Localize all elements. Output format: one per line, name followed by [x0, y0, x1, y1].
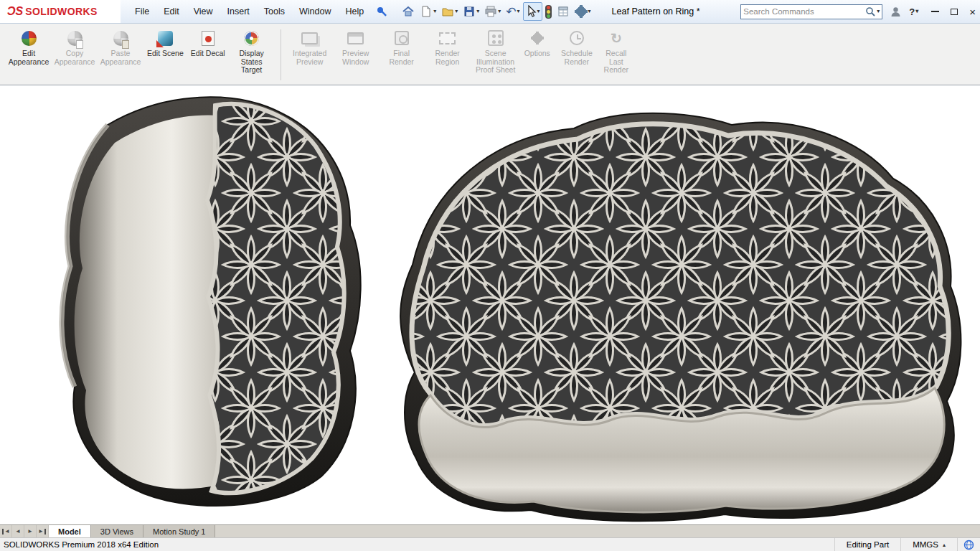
- spreadsheet-icon: [557, 5, 570, 18]
- paste-appearance-icon: [113, 31, 128, 46]
- ribbon-button-label: Edit Scene: [147, 50, 184, 58]
- home-button[interactable]: [400, 2, 417, 21]
- solidworks-logo-text: SOLIDWORKS: [25, 6, 97, 17]
- display-states-target-button[interactable]: Display States Target: [229, 28, 275, 75]
- render-region-button: Render Region: [425, 28, 471, 66]
- render-tools-ribbon: Edit Appearance Copy Appearance Paste Ap…: [0, 24, 980, 85]
- display-states-target-icon: [244, 31, 259, 46]
- tab-nav-last-icon: ►: [38, 528, 44, 534]
- open-icon: [441, 5, 454, 18]
- search-icon[interactable]: [865, 6, 876, 17]
- quick-access-toolbar: ▾ ▾ ▾ ▾ ↶ ▾ ▾ ▾: [400, 2, 593, 21]
- render-options-gear-icon: [531, 32, 544, 44]
- search-area: ▾: [740, 4, 882, 19]
- print-button[interactable]: ▾: [482, 2, 503, 21]
- ribbon-button-label: Edit Decal: [191, 50, 225, 58]
- minimize-icon[interactable]: [931, 11, 939, 12]
- edit-scene-button[interactable]: Edit Scene: [143, 28, 187, 58]
- undo-button[interactable]: ↶ ▾: [504, 2, 522, 21]
- render-region-icon: [439, 32, 456, 44]
- tab-nav-prev-icon: ◄: [15, 528, 21, 534]
- document-title: Leaf Pattern on Ring *: [612, 6, 700, 17]
- preview-window-icon: [347, 32, 364, 44]
- search-chevron-down-icon[interactable]: ▾: [877, 9, 880, 14]
- gear-icon: [575, 5, 588, 18]
- unit-system-selector[interactable]: MMGS ▴: [901, 540, 957, 549]
- ring-side-view[interactable]: [62, 97, 361, 506]
- appearance-filter-button[interactable]: [543, 2, 554, 21]
- restore-icon[interactable]: [951, 9, 958, 15]
- integrated-preview-button: Integrated Preview: [287, 28, 333, 66]
- menu-view[interactable]: View: [187, 0, 220, 23]
- chevron-down-icon[interactable]: ▾: [498, 9, 501, 14]
- chevron-down-icon[interactable]: ▾: [915, 9, 918, 14]
- chevron-down-icon[interactable]: ▾: [588, 9, 591, 14]
- chevron-down-icon[interactable]: ▾: [537, 9, 540, 14]
- properties-sheet-button[interactable]: [555, 2, 572, 21]
- tab-3d-views[interactable]: 3D Views: [91, 525, 143, 537]
- open-button[interactable]: ▾: [439, 2, 460, 21]
- select-tool-button[interactable]: ▾: [523, 2, 542, 21]
- menu-file[interactable]: File: [128, 0, 156, 23]
- edit-decal-button[interactable]: Edit Decal: [187, 28, 229, 58]
- menu-edit[interactable]: Edit: [156, 0, 187, 23]
- solidworks-logo: ƆS SOLIDWORKS: [0, 0, 121, 23]
- render-options-button: Options: [521, 28, 554, 58]
- edit-scene-icon: [158, 31, 173, 46]
- menu-tools[interactable]: Tools: [257, 0, 292, 23]
- tab-nav-prev-button[interactable]: ◄: [12, 525, 24, 537]
- graphics-viewport[interactable]: [0, 85, 980, 524]
- ribbon-button-label: Final Render: [382, 50, 421, 66]
- chevron-down-icon[interactable]: ▾: [455, 9, 458, 14]
- schedule-render-button: Schedule Render: [554, 28, 600, 66]
- new-document-button[interactable]: ▾: [418, 2, 438, 21]
- menu-window[interactable]: Window: [292, 0, 338, 23]
- unit-system-label: MMGS: [913, 540, 938, 549]
- tab-nav-first-icon: ◄: [4, 528, 10, 534]
- document-tab-bar: ◄ ◄ ► ► Model 3D Views Motion Study 1: [0, 524, 980, 537]
- ribbon-button-label: Scene Illumination Proof Sheet: [474, 50, 517, 75]
- edit-appearance-button[interactable]: Edit Appearance: [6, 28, 52, 66]
- ribbon-button-label: Edit Appearance: [9, 50, 50, 66]
- title-bar: ƆS SOLIDWORKS File Edit View Insert Tool…: [0, 0, 980, 24]
- ribbon-separator: [281, 29, 281, 80]
- tab-nav-last-button[interactable]: ►: [37, 525, 49, 537]
- render-canvas[interactable]: [0, 85, 980, 524]
- pin-menu-button[interactable]: [374, 2, 390, 21]
- tab-nav-next-icon: ►: [27, 528, 33, 534]
- 3dexperience-button[interactable]: [958, 540, 980, 550]
- ribbon-button-label: Display States Target: [232, 50, 271, 75]
- home-icon: [402, 5, 415, 18]
- save-button[interactable]: ▾: [461, 2, 481, 21]
- undo-icon: ↶: [506, 6, 516, 18]
- options-button[interactable]: ▾: [573, 2, 593, 21]
- menu-insert[interactable]: Insert: [220, 0, 257, 23]
- ribbon-button-label: Schedule Render: [557, 50, 596, 66]
- user-icon[interactable]: [890, 6, 902, 18]
- ring-side-pattern-band: [207, 104, 344, 493]
- close-icon[interactable]: ×: [969, 6, 976, 17]
- tab-model[interactable]: Model: [49, 525, 91, 537]
- ring-front-view[interactable]: [400, 113, 961, 521]
- ring-front-pattern-region: [412, 124, 948, 426]
- recall-last-render-button: ↻ Recall Last Render: [600, 28, 633, 75]
- chevron-down-icon[interactable]: ▾: [433, 9, 436, 14]
- menu-help[interactable]: Help: [339, 0, 372, 23]
- print-icon: [484, 5, 497, 18]
- chevron-down-icon[interactable]: ▾: [517, 9, 520, 14]
- scene-illumination-proof-sheet-icon: [488, 30, 504, 46]
- paste-appearance-button: Paste Appearance: [98, 28, 143, 66]
- editing-status: Editing Part: [835, 540, 900, 549]
- help-button[interactable]: ? ▾: [909, 6, 918, 17]
- chevron-down-icon[interactable]: ▾: [476, 9, 479, 14]
- tab-nav-next-button[interactable]: ►: [24, 525, 37, 537]
- save-icon: [463, 5, 476, 18]
- tab-nav-first-button[interactable]: ◄: [0, 525, 12, 537]
- integrated-preview-icon: [301, 32, 318, 44]
- tab-motion-study-1[interactable]: Motion Study 1: [143, 525, 215, 537]
- search-input[interactable]: [743, 7, 865, 16]
- final-render-icon: [395, 31, 409, 45]
- ribbon-button-label: Render Region: [428, 50, 467, 66]
- edit-appearance-icon: [22, 31, 37, 46]
- search-box[interactable]: ▾: [740, 4, 882, 19]
